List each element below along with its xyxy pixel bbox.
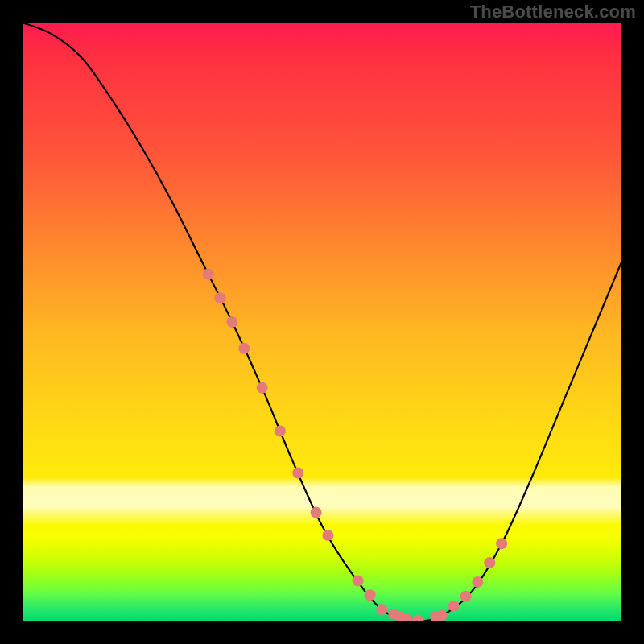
- marker-dot: [292, 468, 303, 479]
- marker-dot: [353, 575, 364, 586]
- curve-layer: [23, 23, 621, 621]
- marker-dot: [365, 589, 376, 601]
- marker-dot: [436, 610, 448, 621]
- marker-dot: [215, 292, 226, 303]
- marker-dot: [376, 604, 387, 615]
- chart-frame: TheBottleneck.com: [0, 0, 644, 644]
- marker-dot: [226, 316, 237, 328]
- marker-dot: [275, 425, 286, 436]
- marker-group: [203, 269, 508, 622]
- marker-dot: [322, 530, 333, 541]
- marker-dot: [257, 382, 268, 394]
- main-curve: [23, 23, 621, 621]
- marker-dot: [203, 269, 214, 280]
- marker-dot: [484, 557, 495, 568]
- plot-area: [23, 23, 621, 621]
- marker-dot: [238, 343, 250, 354]
- marker-dot: [472, 576, 483, 588]
- marker-dot: [460, 591, 472, 602]
- marker-dot: [412, 615, 423, 622]
- marker-dot: [496, 538, 507, 549]
- marker-dot: [448, 601, 460, 612]
- watermark-text: TheBottleneck.com: [470, 2, 636, 23]
- marker-dot: [311, 507, 322, 518]
